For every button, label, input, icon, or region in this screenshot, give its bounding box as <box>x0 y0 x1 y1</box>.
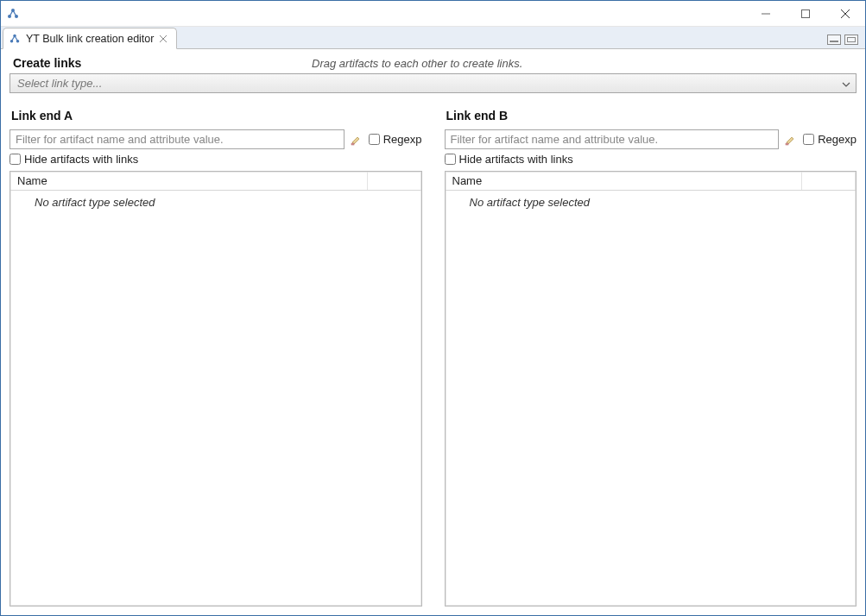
panel-a-regexp-toggle[interactable]: Regexp <box>369 133 422 146</box>
panel-link-end-b: Link end B Regexp <box>445 109 857 607</box>
panel-b-clear-filter-icon[interactable] <box>784 133 798 147</box>
svg-line-4 <box>13 10 16 16</box>
editor-content: Create links Drag artifacts to each othe… <box>1 49 865 615</box>
view-minimize-button[interactable] <box>827 35 841 45</box>
panels: Link end A Regexp <box>9 109 857 607</box>
panel-b-regexp-checkbox[interactable] <box>803 134 814 145</box>
panel-a-empty-message: No artifact type selected <box>10 191 421 209</box>
svg-line-13 <box>15 35 18 41</box>
link-type-placeholder: Select link type... <box>17 77 102 90</box>
view-controls <box>827 35 865 48</box>
section-title: Create links <box>13 56 81 70</box>
titlebar-left <box>1 7 25 21</box>
panel-a-column-header: Name <box>10 172 421 191</box>
link-type-dropdown[interactable]: Select link type... <box>9 73 857 93</box>
window-close-button[interactable] <box>825 1 865 26</box>
panel-a-column-name[interactable]: Name <box>10 172 368 190</box>
panel-b-title: Link end B <box>445 109 857 123</box>
window-titlebar <box>1 1 865 27</box>
panel-b-artifact-table: Name No artifact type selected <box>445 171 857 607</box>
svg-rect-19 <box>786 143 788 145</box>
panel-b-empty-message: No artifact type selected <box>446 191 857 209</box>
panel-a-clear-filter-icon[interactable] <box>350 133 363 147</box>
app-icon <box>6 7 20 21</box>
panel-b-column-header: Name <box>446 172 857 191</box>
svg-line-3 <box>9 10 13 16</box>
app-window: YT Bulk link creation editor Create link… <box>0 0 866 616</box>
panel-link-end-a: Link end A Regexp <box>9 109 422 607</box>
window-controls <box>746 1 865 26</box>
panel-a-filter-input[interactable] <box>9 129 345 149</box>
drag-hint: Drag artifacts to each other to create l… <box>81 57 857 70</box>
panel-a-regexp-checkbox[interactable] <box>369 134 380 145</box>
svg-rect-17 <box>351 143 354 145</box>
tab-close-icon[interactable] <box>159 35 168 43</box>
panel-b-column-spacer <box>802 172 856 190</box>
panel-b-hide-links-toggle[interactable]: Hide artifacts with links <box>445 153 857 166</box>
panel-b-filter-input[interactable] <box>445 129 780 149</box>
tab-bar: YT Bulk link creation editor <box>1 27 865 49</box>
panel-a-title: Link end A <box>9 109 422 123</box>
window-maximize-button[interactable] <box>786 1 825 26</box>
panel-a-hide-links-checkbox[interactable] <box>9 154 21 165</box>
chevron-down-icon <box>842 77 850 90</box>
panel-a-hide-links-toggle[interactable]: Hide artifacts with links <box>9 153 422 166</box>
tab-icon <box>9 33 21 45</box>
panel-b-hide-links-label: Hide artifacts with links <box>459 153 573 166</box>
panel-a-artifact-table: Name No artifact type selected <box>9 171 422 607</box>
tab-title: YT Bulk link creation editor <box>26 33 154 45</box>
panel-a-filter-row: Regexp <box>9 129 422 149</box>
panel-b-column-name[interactable]: Name <box>446 172 803 190</box>
view-maximize-button[interactable] <box>844 35 858 45</box>
header-row: Create links Drag artifacts to each othe… <box>9 54 857 70</box>
panel-a-hide-links-label: Hide artifacts with links <box>24 153 138 166</box>
svg-rect-6 <box>802 9 810 17</box>
svg-line-12 <box>12 35 16 41</box>
tab-bulk-link-editor[interactable]: YT Bulk link creation editor <box>3 28 177 49</box>
panel-b-filter-row: Regexp <box>445 129 857 149</box>
panel-a-column-spacer <box>368 172 421 190</box>
panel-b-regexp-toggle[interactable]: Regexp <box>803 133 857 146</box>
panel-a-regexp-label: Regexp <box>383 133 422 146</box>
panel-b-regexp-label: Regexp <box>818 133 857 146</box>
panel-b-hide-links-checkbox[interactable] <box>445 154 456 165</box>
window-minimize-button[interactable] <box>746 1 786 26</box>
